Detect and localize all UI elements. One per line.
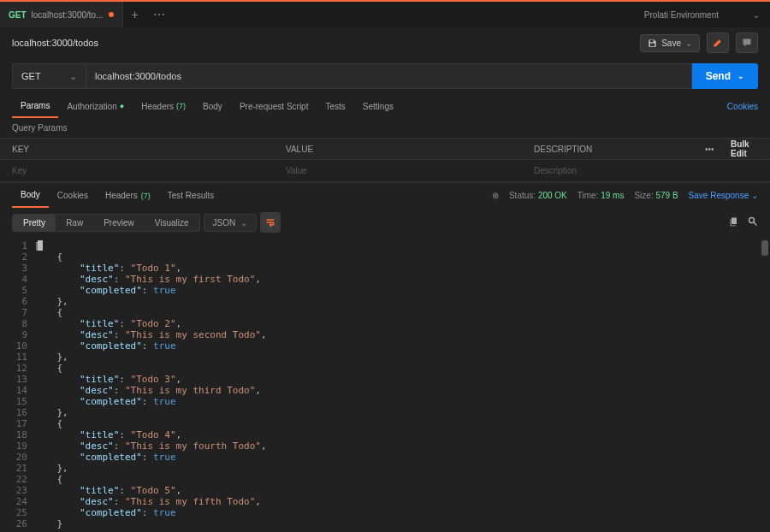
chevron-down-icon: ⌄ [753,10,760,20]
edit-button[interactable] [707,33,729,53]
value-input[interactable]: Value [274,166,522,175]
line-gutter: 1234567891011121314151617181920212223242… [0,237,34,532]
chevron-down-icon: ⌄ [737,72,744,80]
col-key: KEY [0,145,274,154]
search-icon [748,216,758,227]
chevron-down-icon: ⌄ [751,191,758,200]
col-value: VALUE [274,145,522,154]
tab-overflow-button[interactable]: ⋯ [147,2,171,27]
table-row[interactable]: Key Value Description [0,160,770,182]
svg-point-0 [749,218,755,223]
scrollbar-thumb[interactable] [761,240,768,256]
url-row: GET ⌄ Send ⌄ [0,58,770,94]
request-tab[interactable]: GET localhost:3000/to... [0,2,123,27]
view-toolbar: Pretty Raw Preview Visualize JSON ⌄ [0,208,770,237]
tab-response-cookies[interactable]: Cookies [49,183,97,208]
url-input[interactable] [86,63,692,89]
copy-icon [729,216,739,227]
chevron-down-icon: ⌄ [240,218,247,228]
key-input[interactable]: Key [0,166,274,175]
response-body[interactable]: 1234567891011121314151617181920212223242… [0,237,770,532]
chevron-down-icon: ⌄ [685,38,692,48]
params-table: KEY VALUE DESCRIPTION ••• Bulk Edit Key … [0,138,770,182]
tab-title: localhost:3000/to... [32,10,104,20]
view-visualize[interactable]: Visualize [145,215,199,231]
text-cursor [38,240,43,251]
tab-headers[interactable]: Headers (7) [133,94,194,118]
comment-button[interactable] [736,33,758,53]
status-dot-icon: ● [120,102,124,110]
tab-tests[interactable]: Tests [317,94,353,118]
tab-authorization[interactable]: Authorization ● [58,94,133,118]
method-selector[interactable]: GET ⌄ [12,63,86,89]
response-time: 19 ms [601,191,624,200]
view-raw[interactable]: Raw [56,215,93,231]
search-button[interactable] [748,216,758,228]
bulk-edit-button[interactable]: Bulk Edit [719,139,770,158]
query-params-heading: Query Params [0,118,770,138]
tab-params[interactable]: Params [12,94,58,118]
chevron-down-icon: ⌄ [69,71,77,82]
response-size: 579 B [655,191,678,200]
response-tabs: Body Cookies Headers (7) Test Results ⊕ … [0,182,770,208]
col-description: DESCRIPTION [522,145,693,154]
tab-response-body[interactable]: Body [12,183,49,208]
view-pretty[interactable]: Pretty [13,215,56,231]
language-selector[interactable]: JSON ⌄ [204,214,258,232]
save-icon [648,38,657,48]
tab-body[interactable]: Body [194,94,231,118]
environment-selector[interactable]: Prolati Environment [644,10,719,20]
tab-settings[interactable]: Settings [354,94,402,118]
description-input[interactable]: Description [522,166,693,175]
save-button[interactable]: Save ⌄ [640,34,700,52]
save-response-button[interactable]: Save Response ⌄ [689,191,758,200]
network-icon[interactable]: ⊕ [492,191,499,200]
copy-button[interactable] [729,216,739,228]
tab-method: GET [9,10,27,20]
tab-test-results[interactable]: Test Results [159,183,222,208]
tab-response-headers[interactable]: Headers (7) [97,183,159,208]
status-code: 200 OK [538,191,567,200]
request-tabs: Params Authorization ● Headers (7) Body … [0,94,770,118]
view-mode-group: Pretty Raw Preview Visualize [12,214,200,232]
tab-bar: GET localhost:3000/to... + ⋯ Prolati Env… [0,0,770,27]
col-options[interactable]: ••• [693,145,719,154]
view-preview[interactable]: Preview [93,215,145,231]
unsaved-dot-icon [109,12,114,17]
title-bar: localhost:3000/todos Save ⌄ [0,27,770,58]
wrap-lines-button[interactable] [260,212,281,233]
send-button[interactable]: Send ⌄ [692,63,758,89]
code-content[interactable]: [ { "title": "Todo 1", "desc": "This is … [34,237,770,532]
new-tab-button[interactable]: + [123,2,147,27]
tab-prerequest[interactable]: Pre-request Script [231,94,317,118]
wrap-icon [265,217,275,228]
request-title: localhost:3000/todos [12,38,98,48]
comment-icon [742,38,752,48]
pencil-icon [713,38,723,48]
cookies-link[interactable]: Cookies [727,102,758,111]
